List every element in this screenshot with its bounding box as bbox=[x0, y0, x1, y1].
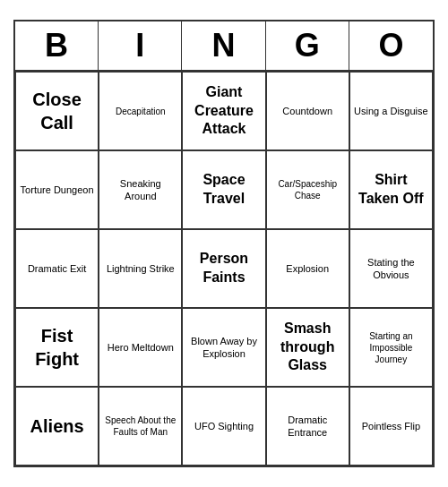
bingo-cell: Using a Disguise bbox=[349, 72, 433, 150]
bingo-cell: Smash through Glass bbox=[266, 308, 349, 387]
bingo-cell: Aliens bbox=[15, 387, 99, 466]
bingo-cell: UFO Sighting bbox=[182, 387, 265, 466]
bingo-cell: Countdown bbox=[266, 72, 349, 150]
bingo-cell: Speech About the Faults of Man bbox=[99, 387, 182, 466]
bingo-cell: Space Travel bbox=[182, 150, 265, 229]
cell-text: Aliens bbox=[30, 414, 84, 438]
bingo-cell: Dramatic Exit bbox=[15, 229, 99, 308]
bingo-cell: Pointless Flip bbox=[349, 387, 433, 466]
bingo-cell: Explosion bbox=[266, 229, 349, 308]
bingo-cell: Shirt Taken Off bbox=[349, 150, 433, 229]
header-letter: G bbox=[266, 21, 349, 70]
cell-text: Hero Meltdown bbox=[108, 341, 174, 354]
header-letter: N bbox=[182, 21, 265, 70]
cell-text: Fist Fight bbox=[20, 324, 94, 371]
bingo-cell: Close Call bbox=[15, 72, 99, 150]
cell-text: Shirt Taken Off bbox=[354, 171, 428, 209]
cell-text: Starting an Impossible Journey bbox=[354, 330, 428, 365]
cell-text: Stating the Obvious bbox=[354, 256, 428, 282]
cell-text: Pointless Flip bbox=[362, 420, 420, 432]
cell-text: Person Faints bbox=[186, 250, 261, 287]
cell-text: Lightning Strike bbox=[107, 262, 175, 275]
cell-text: Countdown bbox=[282, 105, 332, 117]
cell-text: Sneaking Around bbox=[103, 177, 177, 203]
cell-text: Dramatic Exit bbox=[28, 262, 86, 275]
bingo-header: BINGO bbox=[15, 21, 433, 72]
bingo-cell: Fist Fight bbox=[15, 308, 99, 387]
cell-text: Giant Creature Attack bbox=[186, 83, 261, 139]
bingo-cell: Decapitation bbox=[99, 72, 182, 150]
cell-text: Close Call bbox=[20, 88, 94, 134]
cell-text: Blown Away by Explosion bbox=[186, 335, 261, 361]
bingo-cell: Person Faints bbox=[182, 229, 265, 308]
bingo-grid: Close CallDecapitationGiant Creature Att… bbox=[15, 72, 433, 466]
bingo-card: BINGO Close CallDecapitationGiant Creatu… bbox=[13, 20, 435, 467]
cell-text: Car/Spaceship Chase bbox=[271, 178, 345, 201]
cell-text: Torture Dungeon bbox=[21, 184, 94, 196]
bingo-cell: Dramatic Entrance bbox=[266, 387, 349, 466]
cell-text: Space Travel bbox=[186, 171, 261, 209]
cell-text: Dramatic Entrance bbox=[271, 414, 345, 440]
cell-text: Smash through Glass bbox=[271, 320, 345, 375]
bingo-cell: Starting an Impossible Journey bbox=[349, 308, 433, 387]
header-letter: I bbox=[99, 21, 182, 70]
bingo-cell: Sneaking Around bbox=[99, 150, 182, 229]
bingo-cell: Lightning Strike bbox=[99, 229, 182, 308]
cell-text: UFO Sighting bbox=[194, 420, 254, 432]
cell-text: Using a Disguise bbox=[354, 105, 428, 117]
header-letter: O bbox=[349, 21, 433, 70]
cell-text: Explosion bbox=[286, 262, 329, 275]
cell-text: Speech About the Faults of Man bbox=[103, 414, 177, 438]
bingo-cell: Torture Dungeon bbox=[15, 150, 99, 229]
bingo-cell: Giant Creature Attack bbox=[182, 72, 265, 150]
bingo-cell: Stating the Obvious bbox=[349, 229, 433, 308]
bingo-cell: Car/Spaceship Chase bbox=[266, 150, 349, 229]
header-letter: B bbox=[15, 21, 99, 70]
bingo-cell: Hero Meltdown bbox=[99, 308, 182, 387]
bingo-cell: Blown Away by Explosion bbox=[182, 308, 265, 387]
cell-text: Decapitation bbox=[116, 106, 166, 117]
